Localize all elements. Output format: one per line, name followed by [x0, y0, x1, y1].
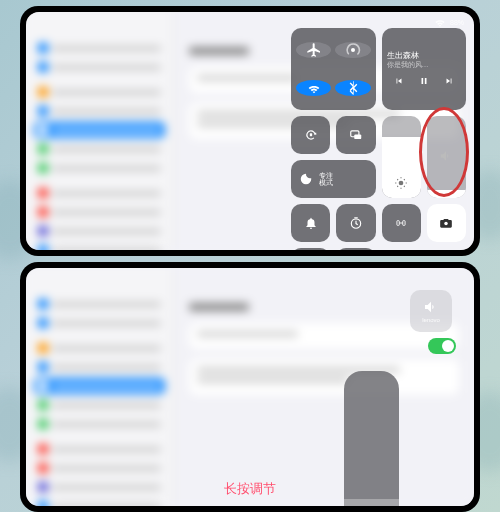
brightness-slider[interactable] — [382, 116, 421, 198]
focus-button[interactable]: 专注 模式 — [291, 160, 376, 198]
instruction-caption: 长按调节 — [224, 480, 276, 498]
bluetooth-icon — [345, 80, 361, 96]
brightness-icon — [394, 176, 408, 190]
device-frame-bottom: lenovo 长按调节 — [20, 262, 480, 512]
qr-scan-button[interactable] — [291, 248, 330, 250]
svg-rect-1 — [309, 133, 311, 136]
prev-track-icon[interactable] — [394, 76, 404, 86]
media-title: 生出森林 — [387, 52, 462, 61]
control-center[interactable]: 生出森林 你是我的风… 专注 模式 — [291, 28, 466, 250]
hearing-button[interactable] — [382, 204, 421, 242]
wifi-button[interactable] — [296, 80, 331, 96]
pause-icon[interactable] — [419, 76, 429, 86]
volume-slider[interactable] — [427, 116, 466, 198]
device-frame-top: 88% 生出森林 你是我的风… — [20, 6, 480, 256]
screen-top: 88% 生出森林 你是我的风… — [26, 12, 474, 250]
audio-output-label: lenovo — [422, 317, 440, 323]
audio-output-tile[interactable]: lenovo — [410, 290, 452, 332]
connectivity-group[interactable] — [291, 28, 376, 110]
svg-rect-7 — [403, 221, 405, 226]
svg-point-8 — [445, 222, 449, 226]
status-bar: 88% — [433, 15, 464, 29]
app-shortcut-button[interactable] — [336, 248, 375, 250]
expanded-volume-slider[interactable] — [344, 371, 399, 506]
wifi-status-icon — [433, 15, 447, 29]
camera-icon — [439, 216, 453, 230]
svg-point-4 — [399, 181, 404, 186]
rotation-lock-icon — [304, 128, 318, 142]
speaker-output-icon — [423, 299, 439, 315]
airdrop-button[interactable] — [335, 42, 370, 58]
rotation-lock-button[interactable] — [291, 116, 330, 154]
timer-icon — [349, 216, 363, 230]
battery-status: 88% — [450, 19, 464, 26]
svg-point-0 — [351, 48, 355, 52]
bell-icon — [304, 216, 318, 230]
media-subtitle: 你是我的风… — [387, 60, 462, 70]
svg-rect-3 — [354, 134, 361, 139]
airplane-mode-button[interactable] — [296, 42, 331, 58]
next-track-icon[interactable] — [444, 76, 454, 86]
toggle-switch[interactable] — [428, 338, 456, 354]
screen-mirror-button[interactable] — [336, 116, 375, 154]
screen-bottom: lenovo 长按调节 — [26, 268, 474, 506]
moon-icon — [299, 172, 313, 186]
timer-button[interactable] — [336, 204, 375, 242]
silent-button[interactable] — [291, 204, 330, 242]
settings-app-background-2 — [26, 268, 474, 506]
svg-rect-6 — [397, 221, 399, 226]
screen-mirror-icon — [349, 128, 363, 142]
airplane-icon — [306, 42, 322, 58]
media-player[interactable]: 生出森林 你是我的风… — [382, 28, 467, 110]
camera-button[interactable] — [427, 204, 466, 242]
bluetooth-button[interactable] — [335, 80, 370, 96]
focus-label: 专注 模式 — [319, 172, 333, 186]
airdrop-icon — [345, 42, 361, 58]
speaker-icon — [439, 149, 453, 163]
hearing-icon — [394, 216, 408, 230]
wifi-icon — [306, 80, 322, 96]
